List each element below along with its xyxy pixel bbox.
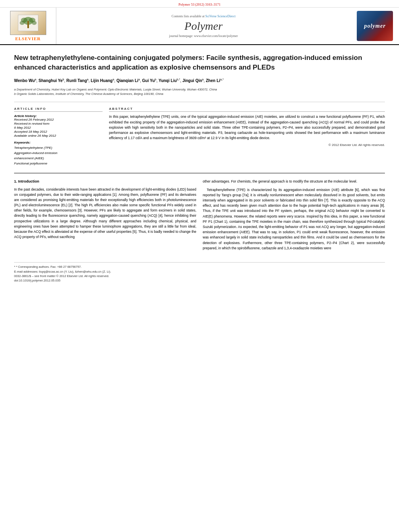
author-sup-b1: b bbox=[63, 78, 64, 81]
polymer-badge-text: polymer bbox=[364, 23, 386, 29]
elsevier-logo-section: ELSEVIER bbox=[0, 8, 56, 44]
history-revised-date-text: 6 May 2012 bbox=[14, 126, 31, 129]
journal-citation-text: Polymer 53 (2012) 3163–3171 bbox=[179, 2, 221, 6]
footer-note-text: * Corresponding authors. Fax: +86 27 687… bbox=[16, 265, 82, 269]
footer-email-text: E-mail addresses: liuyq@iccas.ac.cn (Y. … bbox=[14, 270, 111, 273]
journal-name: Polymer bbox=[185, 20, 223, 33]
keyword-3: enhancement (AIEE) bbox=[14, 156, 103, 161]
article-content: New tetraphenylethylene-containing conju… bbox=[0, 45, 399, 262]
body-para-1: In the past decades, considerable intere… bbox=[14, 187, 196, 240]
abstract-text: In this paper, tetraphenylethylene (TPE)… bbox=[109, 114, 385, 141]
affiliation-a: a Department of Chemistry, Hubei Key Lab… bbox=[14, 87, 385, 92]
author-runlitang: Runli Tang bbox=[66, 78, 87, 83]
journal-citation-banner: Polymer 53 (2012) 3163–3171 bbox=[0, 0, 399, 8]
author-wenbowu: Wenbo Wu bbox=[14, 78, 35, 83]
footer-issn-line: 0032-3861/$ – see front matter © 2012 El… bbox=[14, 274, 385, 278]
elsevier-tree-logo bbox=[10, 11, 46, 35]
svg-point-6 bbox=[32, 21, 37, 25]
keyword-1: Tetraphenylethylene (TPE) bbox=[14, 146, 103, 151]
footer-doi-text: doi:10.1016/j.polymer.2012.05.035 bbox=[14, 279, 60, 282]
body-col-right: other advantages. For chemists, the gene… bbox=[203, 179, 385, 254]
sciverse-prefix: Contents lists available at bbox=[172, 14, 206, 18]
body-col-left: 1. Introduction In the past decades, con… bbox=[14, 179, 196, 254]
history-received: Received 26 February 2012 bbox=[14, 118, 103, 121]
journal-header: ELSEVIER Contents lists available at Sci… bbox=[0, 8, 399, 45]
abstract-column: ABSTRACT In this paper, tetraphenylethyl… bbox=[109, 107, 385, 166]
author-yunqiliu: Yunqi Liu bbox=[158, 78, 177, 83]
body-para-3: Tetraphenylethene (TPE) is characterized… bbox=[203, 187, 385, 251]
history-revised-date: 6 May 2012 bbox=[14, 126, 103, 129]
article-history: Article history: Received 26 February 20… bbox=[14, 114, 103, 138]
author-qianqianli: Qianqian Li bbox=[116, 78, 138, 83]
keywords-list: Tetraphenylethylene (TPE) Aggregation-in… bbox=[14, 146, 103, 166]
author-guiyu: Gui Yu bbox=[142, 78, 155, 83]
author-sup-a1: a bbox=[35, 78, 36, 81]
article-info-column: ARTICLE INFO Article history: Received 2… bbox=[14, 107, 103, 166]
info-abstract-section: ARTICLE INFO Article history: Received 2… bbox=[14, 102, 385, 166]
author-zhenli: Zhen Li bbox=[206, 78, 220, 83]
journal-badge-section: polymer bbox=[351, 8, 399, 44]
history-received-text: Received 26 February 2012 bbox=[14, 118, 54, 121]
section-divider bbox=[14, 173, 385, 173]
history-accepted-text: Accepted 18 May 2012 bbox=[14, 130, 47, 134]
section1-heading: 1. Introduction bbox=[14, 179, 196, 185]
body-para-2: other advantages. For chemists, the gene… bbox=[203, 179, 385, 184]
author-lijinhuang: Lijin Huang bbox=[90, 78, 112, 83]
footer-doi-line: doi:10.1016/j.polymer.2012.05.035 bbox=[14, 279, 385, 282]
elsevier-wordmark: ELSEVIER bbox=[15, 36, 41, 41]
footer-email-line: E-mail addresses: liuyq@iccas.ac.cn (Y. … bbox=[14, 270, 385, 273]
author-sup-a2: a bbox=[87, 78, 88, 81]
history-accepted: Accepted 18 May 2012 bbox=[14, 130, 103, 134]
keywords-label: Keywords: bbox=[14, 141, 103, 144]
keywords-section: Keywords: Tetraphenylethylene (TPE) Aggr… bbox=[14, 141, 103, 166]
svg-rect-2 bbox=[27, 21, 29, 28]
history-revised-label: Received in revised form bbox=[14, 122, 103, 125]
article-title: New tetraphenylethylene-containing conju… bbox=[14, 53, 385, 72]
svg-point-5 bbox=[20, 21, 25, 25]
keyword-4: Functional polyfluorene bbox=[14, 161, 103, 166]
sciverse-link[interactable]: Contents lists available at SciVerse Sci… bbox=[172, 14, 236, 18]
author-sup-b2: b bbox=[155, 78, 156, 81]
author-sup-a3: a bbox=[113, 78, 114, 81]
elsevier-logo: ELSEVIER bbox=[10, 11, 46, 41]
body-two-col: 1. Introduction In the past decades, con… bbox=[14, 179, 385, 254]
abstract-label: ABSTRACT bbox=[109, 107, 385, 112]
author-sup-a5: a bbox=[202, 78, 204, 81]
authors-line: Wenbo Wua, Shanghui Yeb, Runli Tanga, Li… bbox=[14, 77, 385, 84]
polymer-journal-badge: polymer bbox=[357, 11, 393, 41]
author-shanghuiye: Shanghui Ye bbox=[39, 78, 63, 83]
footer-corresponding-note: * * Corresponding authors. Fax: +86 27 6… bbox=[14, 265, 385, 269]
keyword-2: Aggregation-induced emission bbox=[14, 151, 103, 156]
author-sup-b3: b,* bbox=[177, 78, 180, 81]
affiliation-b: b Organic Solids Laboratories, Institute… bbox=[14, 92, 385, 96]
history-online: Available online 26 May 2012 bbox=[14, 134, 103, 138]
article-info-label: ARTICLE INFO bbox=[14, 107, 103, 112]
history-label: Article history: bbox=[14, 114, 103, 118]
footer-issn-text: 0032-3861/$ – see front matter © 2012 El… bbox=[14, 274, 109, 278]
author-jinguiqin: Jingui Qin bbox=[182, 78, 202, 83]
author-sup-a4: a bbox=[138, 78, 140, 81]
history-revised-text: Received in revised form bbox=[14, 122, 49, 125]
journal-title-section: Contents lists available at SciVerse Sci… bbox=[56, 8, 351, 44]
history-online-text: Available online 26 May 2012 bbox=[14, 134, 56, 138]
affiliations: a Department of Chemistry, Hubei Key Lab… bbox=[14, 87, 385, 97]
copyright-text: © 2012 Elsevier Ltd. All rights reserved… bbox=[109, 143, 385, 147]
article-footer: * * Corresponding authors. Fax: +86 27 6… bbox=[14, 262, 385, 282]
journal-url: journal homepage: www.elsevier.com/locat… bbox=[169, 34, 238, 38]
sciverse-name[interactable]: SciVerse ScienceDirect bbox=[206, 14, 236, 18]
author-sup-a6: a,* bbox=[220, 78, 224, 81]
